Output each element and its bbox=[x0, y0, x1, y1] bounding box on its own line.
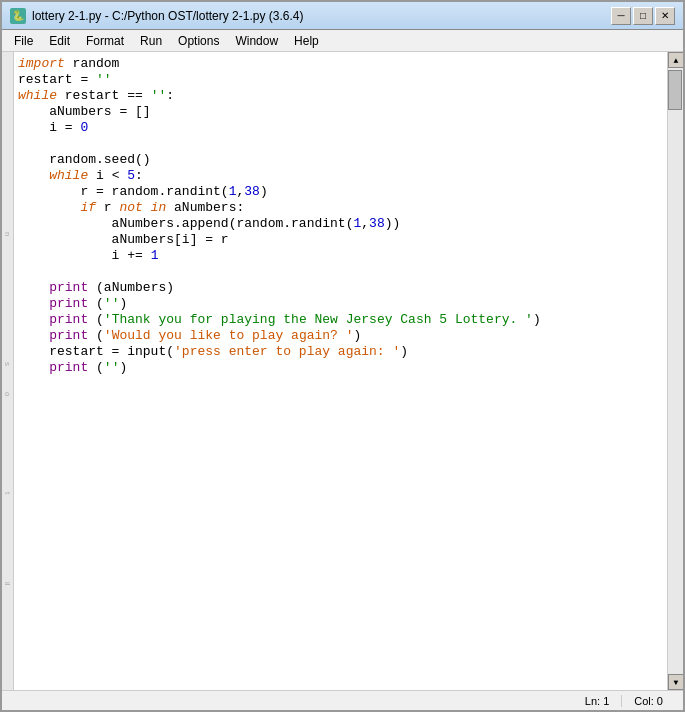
line-indicator: Ln: 1 bbox=[573, 695, 621, 707]
code-line-15: print (aNumbers) bbox=[18, 280, 663, 296]
status-bar: Ln: 1 Col: 0 bbox=[2, 690, 683, 710]
app-icon: 🐍 bbox=[10, 8, 26, 24]
code-line-14 bbox=[18, 264, 663, 280]
menu-edit[interactable]: Edit bbox=[41, 32, 78, 50]
title-bar: 🐍 lottery 2-1.py - C:/Python OST/lottery… bbox=[2, 2, 683, 30]
scroll-thumb[interactable] bbox=[668, 70, 682, 110]
menu-format[interactable]: Format bbox=[78, 32, 132, 50]
code-line-8: while i < 5: bbox=[18, 168, 663, 184]
code-line-12: aNumbers[i] = r bbox=[18, 232, 663, 248]
code-line-2: restart = '' bbox=[18, 72, 663, 88]
code-line-10: if r not in aNumbers: bbox=[18, 200, 663, 216]
close-button[interactable]: ✕ bbox=[655, 7, 675, 25]
col-indicator: Col: 0 bbox=[621, 695, 675, 707]
scroll-down-button[interactable]: ▼ bbox=[668, 674, 683, 690]
code-line-20: print ('') bbox=[18, 360, 663, 376]
code-line-16: print ('') bbox=[18, 296, 663, 312]
minimize-button[interactable]: ─ bbox=[611, 7, 631, 25]
title-bar-left: 🐍 lottery 2-1.py - C:/Python OST/lottery… bbox=[10, 8, 303, 24]
code-line-18: print ('Would you like to play again? ') bbox=[18, 328, 663, 344]
code-line-1: import random bbox=[18, 56, 663, 72]
code-line-11: aNumbers.append(random.randint(1,38)) bbox=[18, 216, 663, 232]
code-line-3: while restart == '': bbox=[18, 88, 663, 104]
menu-run[interactable]: Run bbox=[132, 32, 170, 50]
menu-window[interactable]: Window bbox=[227, 32, 286, 50]
editor-area: n s o t il import random restart = '' wh… bbox=[2, 52, 683, 690]
code-line-5: i = 0 bbox=[18, 120, 663, 136]
menu-bar: File Edit Format Run Options Window Help bbox=[2, 30, 683, 52]
window-title: lottery 2-1.py - C:/Python OST/lottery 2… bbox=[32, 9, 303, 23]
menu-help[interactable]: Help bbox=[286, 32, 327, 50]
code-line-6 bbox=[18, 136, 663, 152]
code-line-4: aNumbers = [] bbox=[18, 104, 663, 120]
menu-options[interactable]: Options bbox=[170, 32, 227, 50]
code-line-7: random.seed() bbox=[18, 152, 663, 168]
maximize-button[interactable]: □ bbox=[633, 7, 653, 25]
scroll-up-button[interactable]: ▲ bbox=[668, 52, 683, 68]
scroll-track[interactable] bbox=[668, 68, 683, 674]
code-line-13: i += 1 bbox=[18, 248, 663, 264]
title-controls: ─ □ ✕ bbox=[611, 7, 675, 25]
vertical-scrollbar[interactable]: ▲ ▼ bbox=[667, 52, 683, 690]
code-line-17: print ('Thank you for playing the New Je… bbox=[18, 312, 663, 328]
menu-file[interactable]: File bbox=[6, 32, 41, 50]
left-gutter: n s o t il bbox=[2, 52, 14, 690]
main-window: 🐍 lottery 2-1.py - C:/Python OST/lottery… bbox=[0, 0, 685, 712]
code-line-19: restart = input('press enter to play aga… bbox=[18, 344, 663, 360]
code-editor[interactable]: import random restart = '' while restart… bbox=[14, 52, 667, 690]
code-line-9: r = random.randint(1,38) bbox=[18, 184, 663, 200]
